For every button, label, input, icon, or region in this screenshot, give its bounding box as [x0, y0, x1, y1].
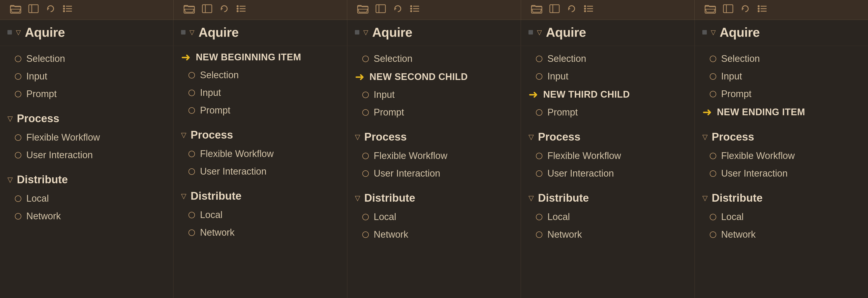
folder-open-icon-1[interactable] — [10, 4, 21, 16]
refresh-icon-3[interactable] — [393, 4, 403, 16]
panel-5-distribute-header[interactable]: ▽ Distribute — [695, 185, 868, 208]
list-item[interactable]: Prompt — [174, 102, 347, 119]
list-item[interactable]: Network — [0, 207, 173, 225]
list-item[interactable]: Flexible Workflow — [521, 147, 694, 165]
list-item[interactable]: Input — [347, 86, 521, 104]
list-item[interactable]: Local — [0, 190, 173, 207]
item-circle-icon — [536, 153, 542, 159]
distribute-title: Distribute — [190, 190, 241, 202]
item-label: Input — [374, 89, 395, 100]
panel-4-process-header[interactable]: ▽ Process — [521, 124, 694, 147]
list-item[interactable]: Network — [174, 224, 347, 241]
panel-2-icon — [181, 30, 186, 34]
list-icon-5[interactable] — [757, 4, 767, 16]
item-label: Local — [26, 193, 49, 204]
new-second-child-item[interactable]: ➜ NEW SECOND CHILD — [347, 67, 521, 86]
list-item[interactable]: Network — [695, 226, 868, 243]
item-circle-icon — [188, 151, 195, 157]
item-circle-icon — [536, 109, 542, 116]
list-item[interactable]: Input — [0, 67, 173, 85]
panel-2-distribute-header[interactable]: ▽ Distribute — [174, 183, 347, 206]
list-icon-1[interactable] — [62, 4, 72, 16]
list-icon-2[interactable] — [236, 4, 246, 16]
list-item[interactable]: Selection — [521, 50, 694, 67]
list-item[interactable]: Local — [521, 208, 694, 226]
sidebar-icon-4[interactable] — [549, 4, 560, 16]
list-item[interactable]: Local — [174, 206, 347, 224]
list-item[interactable]: Input — [174, 84, 347, 102]
panel-3-distribute-header[interactable]: ▽ Distribute — [347, 185, 521, 208]
panel-1-process-header[interactable]: ▽ Process — [0, 105, 173, 129]
list-item[interactable]: Selection — [0, 50, 173, 67]
panel-3-triangle[interactable]: ▽ — [363, 29, 368, 35]
list-item[interactable]: Flexible Workflow — [347, 147, 521, 165]
list-icon-3[interactable] — [410, 4, 420, 16]
list-item[interactable]: Flexible Workflow — [0, 129, 173, 146]
list-icon-4[interactable] — [584, 4, 593, 16]
sidebar-icon-3[interactable] — [375, 4, 386, 16]
item-label: Local — [547, 212, 570, 222]
item-label: Local — [721, 212, 744, 222]
item-label: Input — [547, 71, 568, 82]
list-item[interactable]: User Interaction — [174, 163, 347, 180]
new-third-child-item[interactable]: ➜ NEW THIRD CHILD — [521, 85, 694, 104]
panel-4: ▽ Aquire Selection Input ➜ NEW THIRD CHI… — [521, 20, 695, 298]
list-item[interactable]: Local — [695, 208, 868, 226]
list-item[interactable]: Flexible Workflow — [174, 145, 347, 163]
refresh-icon-5[interactable] — [740, 4, 750, 16]
list-item[interactable]: Network — [521, 226, 694, 243]
sidebar-icon-2[interactable] — [202, 4, 212, 16]
list-item[interactable]: Prompt — [0, 85, 173, 103]
folder-open-icon-2[interactable] — [184, 4, 195, 16]
list-item[interactable]: User Interaction — [695, 165, 868, 182]
sidebar-icon-5[interactable] — [723, 4, 733, 16]
list-item[interactable]: Input — [521, 67, 694, 85]
panel-1-distribute-header[interactable]: ▽ Distribute — [0, 166, 173, 190]
refresh-icon-1[interactable] — [45, 4, 56, 16]
sidebar-icon-1[interactable] — [28, 4, 39, 16]
list-item[interactable]: Input — [695, 67, 868, 85]
distribute-title: Distribute — [17, 173, 68, 186]
refresh-icon-2[interactable] — [219, 4, 229, 16]
panel-3-process-header[interactable]: ▽ Process — [347, 124, 521, 147]
panel-4-icon — [528, 30, 533, 34]
item-circle-icon — [710, 170, 716, 177]
new-beginning-item[interactable]: ➜ NEW BEGINNING ITEM — [174, 48, 347, 66]
panel-2-triangle[interactable]: ▽ — [189, 29, 194, 35]
distribute-title: Distribute — [364, 192, 415, 204]
list-item[interactable]: Selection — [347, 50, 521, 67]
panel-4-process-section: ▽ Process Flexible Workflow User Interac… — [521, 124, 694, 185]
item-circle-icon — [15, 91, 21, 97]
list-item[interactable]: User Interaction — [347, 165, 521, 182]
panel-3-title: Aquire — [372, 25, 412, 40]
folder-open-icon-3[interactable] — [357, 4, 369, 16]
svg-point-43 — [757, 10, 760, 12]
folder-open-icon-4[interactable] — [531, 4, 542, 16]
list-item[interactable]: Network — [347, 226, 521, 243]
list-item[interactable]: Prompt — [695, 85, 868, 103]
list-item[interactable]: Local — [347, 208, 521, 226]
folder-open-icon-5[interactable] — [705, 4, 716, 16]
list-item[interactable]: Selection — [695, 50, 868, 67]
list-item[interactable]: User Interaction — [521, 165, 694, 182]
item-label: Selection — [721, 53, 760, 64]
panel-5-triangle[interactable]: ▽ — [711, 29, 716, 35]
list-item[interactable]: Prompt — [521, 104, 694, 121]
item-label: Selection — [26, 53, 65, 64]
panel-4-triangle[interactable]: ▽ — [537, 29, 542, 35]
list-item[interactable]: Flexible Workflow — [695, 147, 868, 165]
new-ending-item[interactable]: ➜ NEW ENDING ITEM — [695, 103, 868, 121]
panel-1-distribute-section: ▽ Distribute Local Network — [0, 166, 173, 227]
panel-2-process-header[interactable]: ▽ Process — [174, 122, 347, 145]
panel-4-distribute-header[interactable]: ▽ Distribute — [521, 185, 694, 208]
item-label: Network — [26, 211, 61, 221]
new-ending-label: NEW ENDING ITEM — [717, 107, 805, 117]
svg-rect-10 — [203, 5, 212, 13]
list-item[interactable]: Prompt — [347, 104, 521, 121]
panel-5-process-header[interactable]: ▽ Process — [695, 124, 868, 147]
refresh-icon-4[interactable] — [567, 4, 577, 16]
panel-1-triangle[interactable]: ▽ — [16, 29, 21, 35]
panel-1-icon — [7, 30, 12, 34]
list-item[interactable]: User Interaction — [0, 146, 173, 164]
list-item[interactable]: Selection — [174, 66, 347, 84]
